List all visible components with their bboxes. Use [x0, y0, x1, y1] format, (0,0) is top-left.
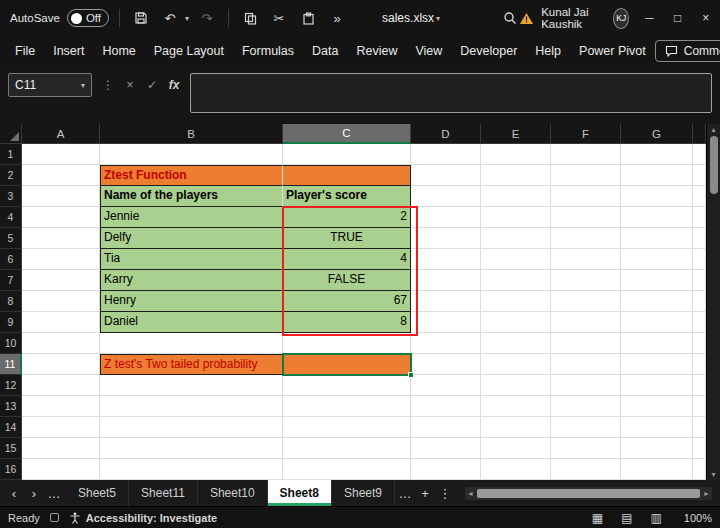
cell-F1[interactable] [551, 144, 621, 165]
page-break-view-icon[interactable]: ▥ [647, 511, 666, 525]
cell-C7[interactable]: FALSE [283, 270, 411, 291]
cell-B4[interactable]: Jennie [100, 207, 283, 228]
cell-G9[interactable] [621, 312, 693, 333]
cell-E12[interactable] [481, 375, 551, 396]
cell-E11[interactable] [481, 354, 551, 375]
cell-D7[interactable] [411, 270, 481, 291]
ribbon-tab-file[interactable]: File [6, 36, 44, 66]
cell-A2[interactable] [22, 165, 100, 186]
cell-F6[interactable] [551, 249, 621, 270]
add-sheet-button[interactable]: + [415, 480, 435, 506]
formula-input[interactable] [190, 73, 712, 113]
cell-B5[interactable]: Delfy [100, 228, 283, 249]
select-all-corner[interactable] [0, 124, 22, 144]
cell-B12[interactable] [100, 375, 283, 396]
cell-A12[interactable] [22, 375, 100, 396]
cell-G16[interactable] [621, 459, 693, 480]
row-header-12[interactable]: 12 [0, 375, 22, 396]
cell-A4[interactable] [22, 207, 100, 228]
next-sheet-icon[interactable]: › [24, 480, 44, 506]
cell-G4[interactable] [621, 207, 693, 228]
cell-F14[interactable] [551, 417, 621, 438]
cell-B13[interactable] [100, 396, 283, 417]
cell-F9[interactable] [551, 312, 621, 333]
quick-access-overflow-icon[interactable]: » [326, 7, 348, 29]
cell-B10[interactable] [100, 333, 283, 354]
cell-A14[interactable] [22, 417, 100, 438]
cell-F8[interactable] [551, 291, 621, 312]
scroll-right-icon[interactable]: ► [703, 490, 710, 497]
ribbon-tab-data[interactable]: Data [303, 36, 347, 66]
cell-E15[interactable] [481, 438, 551, 459]
row-header-5[interactable]: 5 [0, 228, 22, 249]
cell-C8[interactable]: 67 [283, 291, 411, 312]
row-header-10[interactable]: 10 [0, 333, 22, 354]
formula-options-icon[interactable]: ⋮ [98, 75, 118, 95]
cell-F16[interactable] [551, 459, 621, 480]
row-header-4[interactable]: 4 [0, 207, 22, 228]
sheet-tab-sheet10[interactable]: Sheet10 [198, 480, 268, 506]
cell-D10[interactable] [411, 333, 481, 354]
column-header-c[interactable]: C [283, 124, 411, 144]
ribbon-tab-review[interactable]: Review [347, 36, 406, 66]
cell-C2[interactable] [283, 165, 411, 186]
cell-G5[interactable] [621, 228, 693, 249]
cell-D9[interactable] [411, 312, 481, 333]
cell-E10[interactable] [481, 333, 551, 354]
cell-A9[interactable] [22, 312, 100, 333]
cell-G11[interactable] [621, 354, 693, 375]
cell-G13[interactable] [621, 396, 693, 417]
cell-D6[interactable] [411, 249, 481, 270]
cell-B3[interactable]: Name of the players [100, 186, 283, 207]
row-header-3[interactable]: 3 [0, 186, 22, 207]
cell-E14[interactable] [481, 417, 551, 438]
cell-E1[interactable] [481, 144, 551, 165]
cell-B8[interactable]: Henry [100, 291, 283, 312]
cell-A10[interactable] [22, 333, 100, 354]
column-header-f[interactable]: F [551, 124, 621, 144]
search-icon[interactable] [502, 7, 518, 29]
ribbon-tab-formulas[interactable]: Formulas [233, 36, 303, 66]
row-header-13[interactable]: 13 [0, 396, 22, 417]
cell-G1[interactable] [621, 144, 693, 165]
autosave-toggle[interactable]: Off [67, 9, 109, 27]
cell-F3[interactable] [551, 186, 621, 207]
column-header-b[interactable]: B [100, 124, 283, 144]
cell-E4[interactable] [481, 207, 551, 228]
row-header-11[interactable]: 11 [0, 354, 22, 375]
cell-D1[interactable] [411, 144, 481, 165]
cell-E3[interactable] [481, 186, 551, 207]
row-header-7[interactable]: 7 [0, 270, 22, 291]
scroll-left-icon[interactable]: ◄ [467, 490, 474, 497]
cell-G12[interactable] [621, 375, 693, 396]
paste-icon[interactable] [297, 7, 319, 29]
row-header-1[interactable]: 1 [0, 144, 22, 165]
cell-A8[interactable] [22, 291, 100, 312]
cell-G7[interactable] [621, 270, 693, 291]
row-header-8[interactable]: 8 [0, 291, 22, 312]
cell-B15[interactable] [100, 438, 283, 459]
cell-G15[interactable] [621, 438, 693, 459]
cell-A6[interactable] [22, 249, 100, 270]
cell-C10[interactable] [283, 333, 411, 354]
ribbon-tab-home[interactable]: Home [93, 36, 144, 66]
undo-icon[interactable]: ↶ [159, 7, 181, 29]
cell-D11[interactable] [411, 354, 481, 375]
cell-E13[interactable] [481, 396, 551, 417]
comments-button[interactable]: Comments [655, 40, 720, 62]
cell-D12[interactable] [411, 375, 481, 396]
cell-F11[interactable] [551, 354, 621, 375]
cell-D16[interactable] [411, 459, 481, 480]
cell-D3[interactable] [411, 186, 481, 207]
file-name-menu[interactable]: sales.xlsx ▾ [374, 8, 448, 28]
cell-A7[interactable] [22, 270, 100, 291]
cell-E5[interactable] [481, 228, 551, 249]
macro-record-icon[interactable] [50, 513, 59, 522]
all-sheets-icon[interactable]: … [44, 480, 64, 506]
scroll-down-icon[interactable]: ▼ [710, 471, 717, 478]
cell-A11[interactable] [22, 354, 100, 375]
cell-C11[interactable] [283, 354, 411, 375]
insert-function-button[interactable]: fx [164, 75, 184, 95]
column-header-a[interactable]: A [22, 124, 100, 144]
cell-E6[interactable] [481, 249, 551, 270]
